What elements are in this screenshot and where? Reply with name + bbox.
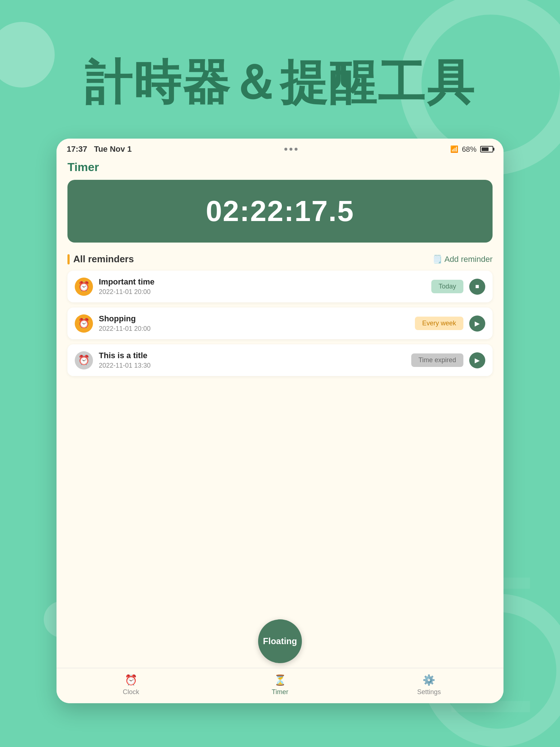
reminder-icon-2: ⏰ (75, 314, 93, 333)
reminder-datetime-1: 2022-11-01 20:00 (99, 288, 425, 296)
add-reminder-button[interactable]: 🗒️ Add reminder (432, 255, 493, 264)
add-reminder-label: Add reminder (444, 255, 493, 264)
battery-percent: 68% (462, 145, 477, 154)
main-title: 計時器＆提醒工具 (0, 51, 560, 115)
reminder-play-button-1[interactable]: ■ (469, 279, 485, 295)
reminder-info-2: Shopping 2022-11-01 20:00 (99, 314, 409, 333)
nav-label-settings: Settings (417, 688, 441, 696)
dot-2 (289, 148, 292, 151)
dot-3 (295, 148, 298, 151)
reminder-badge-3: Time expired (411, 353, 463, 367)
reminder-badge-2: Every week (415, 317, 463, 330)
status-right: 📶 68% (450, 145, 493, 154)
nav-item-clock[interactable]: ⏰ Clock (57, 674, 206, 696)
reminders-title-wrapper: All reminders (67, 253, 134, 265)
status-time-date: 17:37 Tue Nov 1 (67, 144, 132, 154)
app-title: Timer (67, 160, 99, 174)
reminders-section-title: All reminders (73, 253, 134, 265)
timer-display: 02:22:17.5 (67, 180, 493, 243)
add-icon: 🗒️ (432, 255, 442, 264)
nav-label-timer: Timer (272, 688, 288, 696)
dot-1 (284, 148, 287, 151)
reminders-bar-accent (67, 254, 70, 264)
tablet-frame: 17:37 Tue Nov 1 📶 68% Timer 02:22:17.5 (57, 139, 503, 703)
clock-icon: ⏰ (125, 674, 137, 686)
reminders-header: All reminders 🗒️ Add reminder (64, 253, 496, 271)
reminder-item-2: ⏰ Shopping 2022-11-01 20:00 Every week ▶ (67, 307, 493, 339)
bottom-nav: ⏰ Clock ⏳ Timer ⚙️ Settings (57, 668, 503, 703)
settings-icon: ⚙️ (423, 674, 435, 686)
reminder-play-button-3[interactable]: ▶ (469, 352, 485, 368)
reminder-name-3: This is a title (99, 351, 405, 360)
reminder-item: ⏰ Important time 2022-11-01 20:00 Today … (67, 271, 493, 302)
reminder-play-button-2[interactable]: ▶ (469, 316, 485, 332)
reminder-datetime-2: 2022-11-01 20:00 (99, 325, 409, 333)
reminder-name-2: Shopping (99, 314, 409, 324)
reminder-info-3: This is a title 2022-11-01 13:30 (99, 351, 405, 369)
nav-item-settings[interactable]: ⚙️ Settings (354, 674, 503, 696)
reminder-badge-1: Today (431, 280, 463, 293)
wifi-icon: 📶 (450, 145, 458, 153)
reminder-name-1: Important time (99, 277, 425, 287)
reminder-icon-3: ⏰ (75, 351, 93, 369)
reminder-icon-1: ⏰ (75, 278, 93, 296)
nav-item-timer[interactable]: ⏳ Timer (206, 674, 355, 696)
reminder-info-1: Important time 2022-11-01 20:00 (99, 277, 425, 296)
status-time: 17:37 (67, 144, 87, 154)
app-content: Timer 02:22:17.5 All reminders 🗒️ Add re… (57, 157, 503, 668)
reminder-datetime-3: 2022-11-01 13:30 (99, 362, 405, 369)
floating-button[interactable]: Floating (258, 619, 302, 663)
status-dots (284, 148, 298, 151)
app-header: Timer (64, 157, 496, 180)
reminder-item-3: ⏰ This is a title 2022-11-01 13:30 Time … (67, 344, 493, 376)
battery-fill (482, 147, 489, 151)
status-bar: 17:37 Tue Nov 1 📶 68% (57, 139, 503, 157)
status-date: Tue Nov 1 (94, 144, 132, 154)
reminder-list: ⏰ Important time 2022-11-01 20:00 Today … (64, 271, 496, 376)
nav-label-clock: Clock (123, 688, 139, 696)
timer-icon: ⏳ (274, 674, 287, 686)
battery-bar (480, 146, 493, 152)
floating-button-label: Floating (263, 636, 297, 646)
timer-time: 02:22:17.5 (206, 195, 354, 227)
